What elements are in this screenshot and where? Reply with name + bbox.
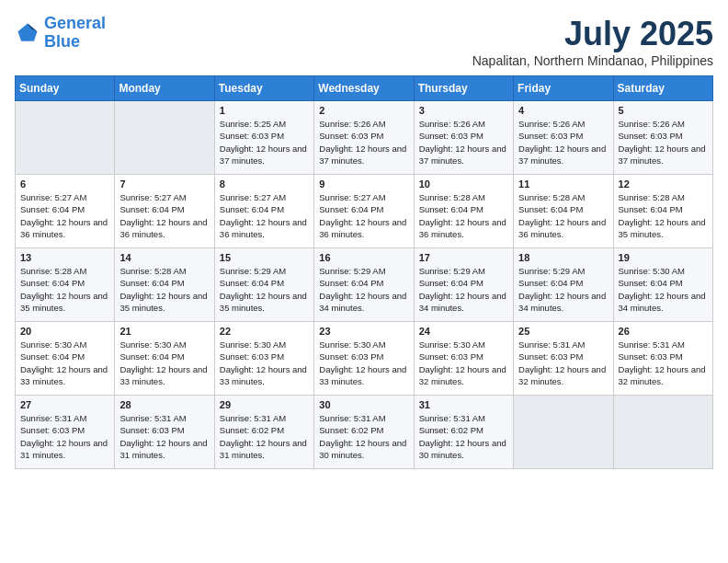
weekday-header-row: SundayMondayTuesdayWednesdayThursdayFrid… (16, 76, 713, 101)
calendar-cell: 29Sunrise: 5:31 AMSunset: 6:02 PMDayligh… (214, 396, 313, 469)
location-subtitle: Napalitan, Northern Mindanao, Philippine… (472, 53, 713, 68)
weekday-header-tuesday: Tuesday (214, 76, 313, 101)
day-number: 31 (419, 399, 508, 410)
title-block: July 2025 Napalitan, Northern Mindanao, … (472, 15, 713, 68)
calendar-cell: 6Sunrise: 5:27 AMSunset: 6:04 PMDaylight… (16, 175, 115, 248)
day-number: 5 (619, 105, 708, 116)
day-number: 24 (419, 326, 508, 337)
day-number: 12 (619, 178, 708, 190)
day-number: 4 (518, 105, 608, 116)
day-number: 11 (518, 178, 608, 190)
calendar-cell: 28Sunrise: 5:31 AMSunset: 6:03 PMDayligh… (115, 396, 214, 469)
calendar-header: SundayMondayTuesdayWednesdayThursdayFrid… (16, 76, 713, 101)
weekday-header-wednesday: Wednesday (314, 76, 414, 101)
day-number: 30 (319, 399, 408, 410)
calendar-cell (115, 101, 214, 175)
day-info: Sunrise: 5:28 AMSunset: 6:04 PMDaylight:… (518, 191, 608, 240)
calendar-week-row: 6Sunrise: 5:27 AMSunset: 6:04 PMDaylight… (16, 175, 713, 248)
calendar-cell (613, 396, 712, 469)
logo-text: General Blue (44, 15, 106, 52)
calendar-cell: 11Sunrise: 5:28 AMSunset: 6:04 PMDayligh… (514, 175, 613, 248)
calendar-cell: 9Sunrise: 5:27 AMSunset: 6:04 PMDaylight… (314, 175, 414, 248)
calendar-cell: 7Sunrise: 5:27 AMSunset: 6:04 PMDaylight… (115, 175, 214, 248)
calendar-cell: 12Sunrise: 5:28 AMSunset: 6:04 PMDayligh… (613, 175, 712, 248)
calendar-week-row: 1Sunrise: 5:25 AMSunset: 6:03 PMDaylight… (16, 101, 713, 175)
weekday-header-friday: Friday (514, 76, 613, 101)
day-number: 15 (220, 252, 309, 263)
day-info: Sunrise: 5:27 AMSunset: 6:04 PMDaylight:… (20, 191, 109, 240)
day-info: Sunrise: 5:31 AMSunset: 6:02 PMDaylight:… (419, 412, 508, 461)
day-number: 29 (220, 399, 309, 410)
day-info: Sunrise: 5:30 AMSunset: 6:04 PMDaylight:… (20, 339, 109, 387)
calendar-cell: 3Sunrise: 5:26 AMSunset: 6:03 PMDaylight… (414, 101, 513, 175)
day-number: 7 (119, 178, 209, 190)
calendar-cell: 4Sunrise: 5:26 AMSunset: 6:03 PMDaylight… (514, 101, 613, 175)
day-number: 10 (419, 178, 508, 190)
day-number: 3 (419, 105, 508, 116)
calendar-cell: 25Sunrise: 5:31 AMSunset: 6:03 PMDayligh… (514, 322, 613, 396)
weekday-header-saturday: Saturday (613, 76, 712, 101)
weekday-header-monday: Monday (115, 76, 214, 101)
day-info: Sunrise: 5:28 AMSunset: 6:04 PMDaylight:… (119, 265, 209, 314)
calendar-cell: 17Sunrise: 5:29 AMSunset: 6:04 PMDayligh… (414, 248, 513, 322)
svg-marker-0 (18, 23, 38, 40)
calendar-cell: 16Sunrise: 5:29 AMSunset: 6:04 PMDayligh… (314, 248, 414, 322)
weekday-header-sunday: Sunday (16, 76, 115, 101)
day-info: Sunrise: 5:30 AMSunset: 6:04 PMDaylight:… (619, 265, 708, 314)
day-info: Sunrise: 5:29 AMSunset: 6:04 PMDaylight:… (419, 265, 508, 314)
calendar-cell: 13Sunrise: 5:28 AMSunset: 6:04 PMDayligh… (16, 248, 115, 322)
day-number: 27 (20, 399, 109, 410)
day-info: Sunrise: 5:29 AMSunset: 6:04 PMDaylight:… (220, 265, 309, 314)
logo-line1: General (44, 14, 106, 32)
calendar-cell: 27Sunrise: 5:31 AMSunset: 6:03 PMDayligh… (16, 396, 115, 469)
calendar-cell: 14Sunrise: 5:28 AMSunset: 6:04 PMDayligh… (115, 248, 214, 322)
calendar-cell: 2Sunrise: 5:26 AMSunset: 6:03 PMDaylight… (314, 101, 414, 175)
logo-icon (15, 20, 40, 46)
day-info: Sunrise: 5:31 AMSunset: 6:03 PMDaylight:… (119, 412, 209, 461)
day-info: Sunrise: 5:30 AMSunset: 6:03 PMDaylight:… (220, 339, 309, 387)
day-info: Sunrise: 5:31 AMSunset: 6:03 PMDaylight:… (518, 339, 608, 387)
day-info: Sunrise: 5:26 AMSunset: 6:03 PMDaylight:… (619, 118, 708, 167)
day-info: Sunrise: 5:27 AMSunset: 6:04 PMDaylight:… (220, 191, 309, 240)
calendar-cell: 21Sunrise: 5:30 AMSunset: 6:04 PMDayligh… (115, 322, 214, 396)
day-info: Sunrise: 5:26 AMSunset: 6:03 PMDaylight:… (518, 118, 608, 167)
calendar-cell: 15Sunrise: 5:29 AMSunset: 6:04 PMDayligh… (214, 248, 313, 322)
calendar-cell: 10Sunrise: 5:28 AMSunset: 6:04 PMDayligh… (414, 175, 513, 248)
day-info: Sunrise: 5:31 AMSunset: 6:02 PMDaylight:… (220, 412, 309, 461)
day-number: 20 (20, 326, 109, 337)
page-header: General Blue July 2025 Napalitan, Northe… (15, 15, 713, 68)
calendar-week-row: 27Sunrise: 5:31 AMSunset: 6:03 PMDayligh… (16, 396, 713, 469)
day-info: Sunrise: 5:27 AMSunset: 6:04 PMDaylight:… (319, 191, 408, 240)
day-info: Sunrise: 5:31 AMSunset: 6:02 PMDaylight:… (319, 412, 408, 461)
day-info: Sunrise: 5:28 AMSunset: 6:04 PMDaylight:… (419, 191, 508, 240)
day-info: Sunrise: 5:30 AMSunset: 6:03 PMDaylight:… (319, 339, 408, 387)
day-info: Sunrise: 5:30 AMSunset: 6:03 PMDaylight:… (419, 339, 508, 387)
day-number: 25 (518, 326, 608, 337)
day-info: Sunrise: 5:25 AMSunset: 6:03 PMDaylight:… (220, 118, 309, 167)
day-number: 18 (518, 252, 608, 263)
day-number: 8 (220, 178, 309, 190)
day-number: 19 (619, 252, 708, 263)
calendar-cell: 24Sunrise: 5:30 AMSunset: 6:03 PMDayligh… (414, 322, 513, 396)
day-info: Sunrise: 5:28 AMSunset: 6:04 PMDaylight:… (619, 191, 708, 240)
calendar-week-row: 20Sunrise: 5:30 AMSunset: 6:04 PMDayligh… (16, 322, 713, 396)
day-info: Sunrise: 5:26 AMSunset: 6:03 PMDaylight:… (419, 118, 508, 167)
day-number: 1 (220, 105, 309, 116)
month-title: July 2025 (472, 15, 713, 53)
calendar-cell: 31Sunrise: 5:31 AMSunset: 6:02 PMDayligh… (414, 396, 513, 469)
calendar-cell: 18Sunrise: 5:29 AMSunset: 6:04 PMDayligh… (514, 248, 613, 322)
calendar-body: 1Sunrise: 5:25 AMSunset: 6:03 PMDaylight… (16, 101, 713, 469)
day-number: 28 (119, 399, 209, 410)
calendar-cell: 1Sunrise: 5:25 AMSunset: 6:03 PMDaylight… (214, 101, 313, 175)
calendar-week-row: 13Sunrise: 5:28 AMSunset: 6:04 PMDayligh… (16, 248, 713, 322)
day-info: Sunrise: 5:31 AMSunset: 6:03 PMDaylight:… (20, 412, 109, 461)
day-number: 2 (319, 105, 408, 116)
day-number: 6 (20, 178, 109, 190)
day-info: Sunrise: 5:26 AMSunset: 6:03 PMDaylight:… (319, 118, 408, 167)
day-number: 9 (319, 178, 408, 190)
day-number: 17 (419, 252, 508, 263)
day-number: 16 (319, 252, 408, 263)
calendar-cell: 5Sunrise: 5:26 AMSunset: 6:03 PMDaylight… (613, 101, 712, 175)
day-number: 14 (119, 252, 209, 263)
day-number: 13 (20, 252, 109, 263)
